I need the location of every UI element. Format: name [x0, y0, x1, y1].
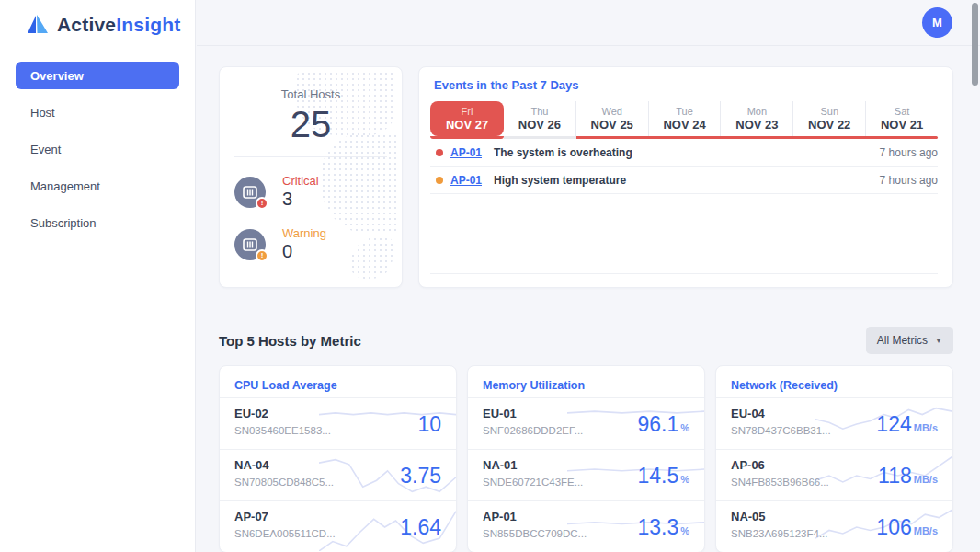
- metric-host-row[interactable]: AP-07SN6DEA005511CD...1.64: [220, 500, 456, 552]
- host-serial: SN855DBCC709DC...: [483, 528, 587, 539]
- host-serial: SN035460EE1583...: [234, 425, 331, 436]
- metric-value-unit: MB/s: [914, 473, 938, 484]
- day-tab-tue[interactable]: TueNOV 24: [648, 101, 721, 136]
- event-message: The system is overheating: [494, 146, 632, 159]
- tab-date-label: NOV 27: [446, 118, 488, 132]
- chevron-down-icon: ▼: [935, 337, 942, 345]
- day-tab-fri[interactable]: FriNOV 27: [430, 101, 504, 136]
- day-tab-thu[interactable]: ThuNOV 26: [504, 101, 575, 136]
- metric-value: 13.3%: [637, 514, 689, 539]
- metric-host-row[interactable]: AP-01SN855DBCC709DC...13.3%: [468, 500, 704, 552]
- app-title: ActiveInsight: [57, 14, 180, 36]
- critical-label: Critical: [282, 174, 319, 188]
- sidebar: ActiveInsight OverviewHostEventManagemen…: [0, 0, 196, 552]
- metric-host-row[interactable]: NA-01SNDE60721C43FE...14.5%: [468, 449, 704, 500]
- critical-value: 3: [282, 189, 319, 210]
- tab-day-label: Fri: [462, 106, 473, 117]
- host-name: EU-04: [731, 407, 831, 420]
- host-serial: SNF02686DDD2EF...: [483, 425, 583, 436]
- metric-host-row[interactable]: NA-05SNB23A695123F4...106MB/s: [716, 500, 952, 552]
- metric-value-number: 1.64: [400, 514, 441, 539]
- events-title: Events in the Past 7 Days: [430, 78, 938, 92]
- warning-value: 0: [282, 241, 326, 262]
- metric-value-unit: %: [680, 473, 689, 484]
- tab-day-label: Sun: [820, 106, 838, 117]
- metric-value: 1.64: [400, 514, 441, 539]
- total-hosts-card: Total Hosts 25 !: [219, 66, 403, 288]
- metric-value-number: 96.1: [637, 411, 678, 436]
- host-name: AP-01: [483, 510, 587, 523]
- day-tab-mon[interactable]: MonNOV 23: [720, 101, 792, 136]
- metric-host-row[interactable]: EU-01SNF02686DDD2EF...96.1%: [468, 397, 704, 449]
- metric-card: Network (Received)EU-04SN78D437C6BB31...…: [715, 365, 953, 552]
- warning-badge-icon: !: [256, 249, 268, 262]
- severity-dot-icon: [436, 149, 443, 156]
- sidebar-item-event[interactable]: Event: [16, 135, 179, 163]
- day-tab-sat[interactable]: SatNOV 21: [865, 101, 938, 136]
- sidebar-nav: OverviewHostEventManagementSubscription: [0, 62, 195, 236]
- metric-value-number: 106: [876, 514, 911, 539]
- metric-host-row[interactable]: NA-04SN70805CD848C5...3.75: [220, 449, 456, 500]
- metric-card-title: Network (Received): [716, 366, 952, 397]
- metric-card: Memory UtilizationEU-01SNF02686DDD2EF...…: [467, 365, 705, 552]
- metric-value-number: 10: [417, 411, 441, 436]
- metric-host-row[interactable]: EU-02SN035460EE1583...10: [220, 397, 456, 449]
- day-tab-wed[interactable]: WedNOV 25: [575, 101, 648, 136]
- event-host-link[interactable]: AP-01: [450, 174, 482, 187]
- metric-host-row[interactable]: AP-06SN4FB853B96B66...118MB/s: [716, 449, 952, 500]
- critical-stat-row[interactable]: ! Critical 3: [234, 174, 387, 210]
- host-serial: SNB23A695123F4...: [731, 528, 828, 539]
- host-name: NA-04: [234, 458, 334, 472]
- event-time: 7 hours ago: [880, 174, 938, 187]
- event-message: High system temperature: [494, 174, 626, 187]
- host-name: AP-07: [234, 510, 336, 523]
- host-serial: SN6DEA005511CD...: [234, 528, 336, 539]
- user-avatar[interactable]: M: [922, 7, 952, 38]
- events-footer-divider: [430, 273, 938, 287]
- metric-card-title: CPU Load Average: [220, 366, 456, 397]
- brand-active: Active: [57, 14, 116, 35]
- logo-triangle-icon: [26, 14, 50, 36]
- event-row[interactable]: AP-01High system temperature7 hours ago: [430, 167, 938, 194]
- app-logo: ActiveInsight: [0, 0, 195, 36]
- server-warning-icon: !: [234, 229, 266, 260]
- metric-host-row[interactable]: EU-04SN78D437C6BB31...124MB/s: [716, 397, 952, 449]
- severity-dot-icon: [436, 177, 443, 184]
- tab-day-label: Wed: [602, 106, 622, 117]
- metric-value-unit: %: [680, 524, 689, 535]
- warning-stat-row[interactable]: ! Warning 0: [234, 226, 387, 262]
- event-row[interactable]: AP-01The system is overheating7 hours ag…: [430, 139, 938, 167]
- total-hosts-label: Total Hosts: [234, 87, 387, 101]
- metric-value: 106MB/s: [876, 514, 938, 539]
- metric-value-number: 13.3: [637, 514, 678, 539]
- host-name: NA-05: [731, 510, 828, 523]
- tab-date-label: NOV 22: [808, 118, 850, 132]
- tab-day-label: Sat: [895, 106, 910, 117]
- events-card: Events in the Past 7 Days FriNOV 27ThuNO…: [418, 66, 953, 288]
- sidebar-item-management[interactable]: Management: [16, 172, 179, 200]
- day-tab-sun[interactable]: SunNOV 22: [792, 101, 865, 136]
- sidebar-item-overview[interactable]: Overview: [16, 62, 179, 89]
- tab-date-label: NOV 24: [663, 118, 705, 132]
- event-host-link[interactable]: AP-01: [450, 146, 482, 159]
- event-time: 7 hours ago: [880, 146, 938, 159]
- metric-value: 14.5%: [637, 463, 689, 488]
- host-name: EU-02: [234, 407, 331, 420]
- host-serial: SN70805CD848C5...: [234, 477, 334, 488]
- vertical-scrollbar[interactable]: [972, 3, 978, 86]
- metric-cards-row: CPU Load AverageEU-02SN035460EE1583...10…: [219, 365, 953, 552]
- total-hosts-value: 25: [234, 103, 387, 145]
- tab-date-label: NOV 21: [881, 118, 923, 132]
- server-critical-icon: !: [234, 177, 266, 208]
- metric-card-title: Memory Utilization: [468, 366, 704, 397]
- critical-badge-icon: !: [256, 197, 268, 210]
- warning-label: Warning: [282, 226, 326, 240]
- metric-card: CPU Load AverageEU-02SN035460EE1583...10…: [219, 365, 457, 552]
- sidebar-item-host[interactable]: Host: [16, 98, 179, 126]
- tab-date-label: NOV 25: [591, 118, 633, 132]
- metric-value: 96.1%: [637, 411, 689, 436]
- metric-value-unit: MB/s: [914, 421, 938, 432]
- sidebar-item-subscription[interactable]: Subscription: [16, 209, 179, 236]
- host-serial: SN78D437C6BB31...: [731, 425, 831, 436]
- all-metrics-dropdown[interactable]: All Metrics ▼: [866, 327, 953, 354]
